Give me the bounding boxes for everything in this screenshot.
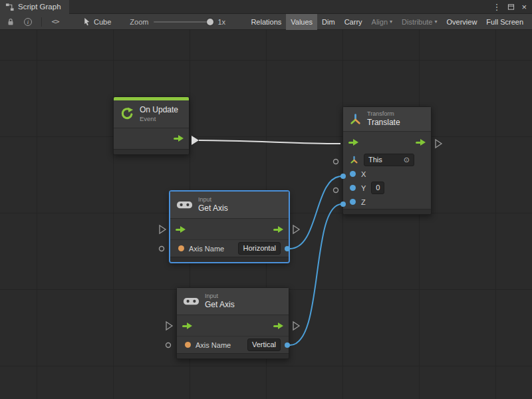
pointer-icon [83,17,90,26]
node-category: Transform [367,110,400,118]
port-label-x: X [361,170,366,178]
axis-name-field[interactable]: Horizontal [238,242,281,255]
port-label-z: Z [361,198,366,206]
window-menu-icon[interactable]: ⋮ [492,3,501,11]
edit-source-icon[interactable]: <> [49,16,62,28]
zoom-control: Zoom 1x [130,18,225,26]
flow-in-port[interactable] [348,138,358,146]
node-get-axis-horizontal[interactable]: Input Get Axis Axis Name Horizontal [170,191,289,263]
script-graph-icon [5,3,14,11]
window-close-icon[interactable]: × [521,3,527,11]
graph-canvas[interactable]: On Update Event Transform Translate [0,30,532,399]
node-on-update[interactable]: On Update Event [113,96,190,155]
value-port-icon[interactable] [350,185,356,191]
full-screen-button[interactable]: Full Screen [481,14,528,30]
carry-button[interactable]: Carry [340,14,367,30]
update-loop-icon [120,106,134,121]
toolbar-separator [41,17,42,27]
node-title: Get Axis [198,203,228,213]
align-dropdown[interactable]: Align ▾ [367,14,397,30]
node-footer [177,353,289,358]
transform-axes-icon [349,113,362,126]
zoom-label: Zoom [130,18,148,26]
tab-title: Script Graph [18,3,61,11]
chevron-down-icon: ▾ [390,19,392,25]
relations-button[interactable]: Relations [246,14,286,30]
this-object-field[interactable]: This ⊙ [364,154,414,166]
gamepad-icon [183,296,200,307]
string-port-icon[interactable] [185,342,191,348]
flow-in-port[interactable] [182,322,192,330]
node-footer [114,149,189,154]
flow-in-port[interactable] [176,225,186,233]
value-port-icon[interactable] [350,199,356,205]
chevron-down-icon: ▾ [435,19,438,25]
zoom-slider-handle[interactable] [207,19,213,25]
selected-object-chip[interactable]: Cube [83,17,111,26]
tab-script-graph[interactable]: Script Graph [0,0,69,14]
window-layout-icon[interactable] [507,3,515,11]
gamepad-icon [176,200,193,210]
axis-name-label: Axis Name [196,341,231,349]
zoom-value: 1x [217,18,225,26]
axis-name-field[interactable]: Vertical [247,338,281,351]
y-value-field[interactable]: 0 [371,182,384,194]
port-label-y: Y [361,184,366,192]
values-button[interactable]: Values [286,14,317,30]
node-translate[interactable]: Transform Translate This ⊙ X [342,106,432,215]
toolbar-buttons: Relations Values Dim Carry Align ▾ Distr… [246,14,528,30]
lock-icon[interactable] [4,16,17,28]
node-title: On Update [140,105,178,115]
string-port-icon[interactable] [178,245,184,251]
node-category: Input [205,293,235,300]
window-titlebar: Script Graph ⋮ × [0,0,532,14]
zoom-slider[interactable] [154,21,212,23]
distribute-dropdown[interactable]: Distribute ▾ [397,14,442,30]
node-subtitle: Event [140,115,178,123]
node-footer [170,257,289,262]
node-get-axis-vertical[interactable]: Input Get Axis Axis Name Vertical [176,287,289,359]
flow-out-port[interactable] [273,225,283,233]
flow-out-port[interactable] [273,322,283,330]
flow-out-port[interactable] [416,138,426,146]
overview-button[interactable]: Overview [442,14,482,30]
transform-axes-icon [350,156,358,164]
axis-name-label: Axis Name [189,245,224,253]
info-icon[interactable]: i [21,16,35,28]
node-title: Translate [367,118,400,128]
node-category: Input [198,196,228,203]
value-port-icon[interactable] [350,171,356,177]
dim-button[interactable]: Dim [317,14,340,30]
selected-object-label: Cube [94,18,111,26]
object-picker-icon[interactable]: ⊙ [404,156,410,164]
node-title: Get Axis [205,300,235,310]
graph-toolbar: i <> Cube Zoom 1x Relations Values Dim C… [0,14,532,30]
flow-out-port[interactable] [174,134,184,142]
node-footer [343,209,431,214]
